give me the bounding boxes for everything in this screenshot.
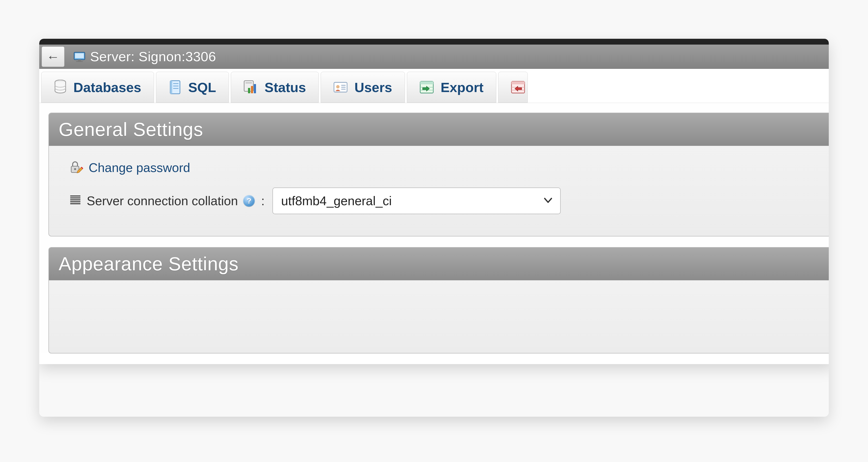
database-icon (54, 80, 67, 95)
svg-rect-2 (78, 60, 81, 61)
label-colon: : (261, 193, 265, 208)
breadcrumb-server-label[interactable]: Server: Signon:3306 (90, 49, 216, 64)
panel-header: Appearance Settings (49, 248, 829, 280)
tab-label: Databases (73, 80, 141, 95)
change-password-link[interactable]: Change password (89, 160, 190, 175)
tab-users[interactable]: Users (321, 72, 405, 103)
panel-general-settings: General Settings Change password (49, 113, 829, 237)
svg-rect-25 (512, 82, 525, 84)
export-icon (420, 81, 434, 94)
svg-rect-12 (248, 88, 250, 93)
tab-export[interactable]: Export (407, 72, 496, 103)
server-icon (73, 51, 87, 63)
svg-point-29 (74, 168, 76, 170)
svg-rect-21 (420, 82, 433, 84)
sql-icon (169, 80, 181, 95)
svg-rect-1 (75, 53, 84, 58)
status-icon (244, 80, 258, 94)
help-icon[interactable]: ? (243, 195, 255, 207)
breadcrumb-bar: ← Server: Signon:3306 (39, 44, 829, 69)
back-button[interactable]: ← (42, 47, 64, 67)
users-icon (334, 82, 347, 93)
tab-label: Status (265, 80, 306, 95)
page-body: General Settings Change password (39, 103, 829, 353)
collation-select[interactable]: utf8mb4_general_ci (273, 187, 561, 214)
panel-header: General Settings (49, 113, 829, 146)
tab-status[interactable]: Status (231, 72, 319, 103)
import-icon (511, 81, 525, 94)
tab-label: Export (440, 80, 484, 95)
tab-import-partial[interactable] (498, 72, 528, 103)
panel-title-appearance: Appearance Settings (59, 253, 824, 275)
tab-bar: Databases SQL (39, 69, 829, 103)
app-window: ← Server: Signon:3306 Databases (39, 39, 829, 364)
panel-title-general: General Settings (59, 119, 824, 141)
svg-rect-3 (76, 61, 83, 62)
panel-appearance-settings: Appearance Settings (49, 247, 829, 353)
collation-icon (69, 194, 82, 207)
svg-rect-13 (251, 86, 253, 93)
svg-rect-14 (254, 84, 256, 93)
svg-rect-11 (246, 82, 252, 84)
window-titlebar (39, 39, 829, 44)
tab-databases[interactable]: Databases (41, 72, 154, 103)
arrow-left-icon: ← (46, 50, 60, 63)
lock-edit-icon (69, 160, 83, 175)
tab-label: Users (354, 80, 392, 95)
svg-rect-6 (170, 81, 172, 94)
collation-label: Server connection collation (87, 193, 238, 208)
svg-point-16 (336, 85, 340, 88)
tab-sql[interactable]: SQL (156, 72, 229, 103)
tab-label: SQL (188, 80, 216, 95)
